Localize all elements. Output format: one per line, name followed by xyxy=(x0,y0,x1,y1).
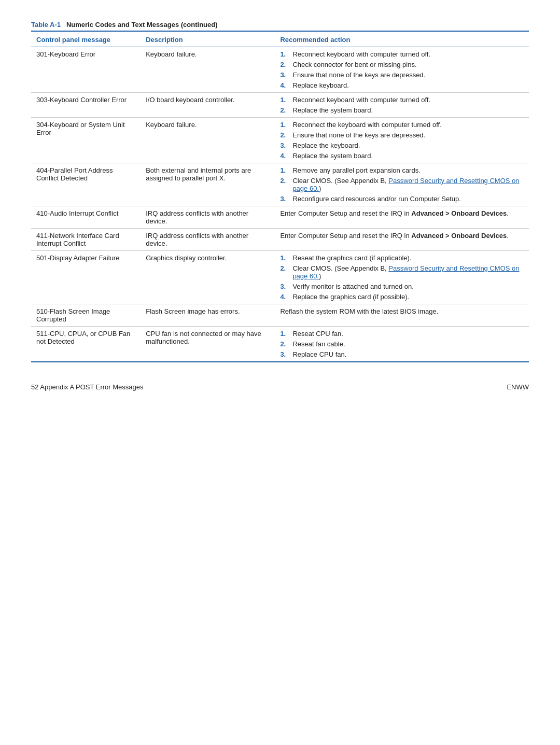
action-cell: Reflash the system ROM with the latest B… xyxy=(275,304,529,327)
action-text: Reconnect the keyboard with computer tur… xyxy=(292,121,524,129)
action-text: Reseat the graphics card (if applicable)… xyxy=(292,254,524,262)
list-item: 3.Verify monitor is attached and turned … xyxy=(280,283,524,290)
list-item: 1.Remove any parallel port expansion car… xyxy=(280,166,524,174)
action-text: Replace CPU fan. xyxy=(292,350,524,358)
control-cell: 511-CPU, CPUA, or CPUB Fan not Detected xyxy=(31,327,141,362)
header-control: Control panel message xyxy=(31,31,141,47)
action-number: 2. xyxy=(280,177,289,185)
list-item: 4.Replace keyboard. xyxy=(280,81,524,89)
action-number: 1. xyxy=(280,254,289,262)
action-number: 3. xyxy=(280,350,289,358)
action-bold: Advanced > Onboard Devices xyxy=(411,232,507,240)
action-text: Ensure that none of the keys are depress… xyxy=(292,71,524,79)
control-cell: 410-Audio Interrupt Conflict xyxy=(31,206,141,229)
table-row: 303-Keyboard Controller ErrorI/O board k… xyxy=(31,93,529,118)
table-title: Table A-1 Numeric Codes and Text Message… xyxy=(31,21,529,31)
description-cell: I/O board keyboard controller. xyxy=(141,93,275,118)
list-item: 4.Replace the graphics card (if possible… xyxy=(280,293,524,301)
action-text: Reconnect keyboard with computer turned … xyxy=(292,50,524,58)
action-number: 3. xyxy=(280,195,289,203)
action-number: 3. xyxy=(280,142,289,149)
action-number: 2. xyxy=(280,264,289,272)
list-item: 1.Reseat CPU fan. xyxy=(280,330,524,338)
description-cell: Keyboard failure. xyxy=(141,47,275,93)
control-cell: 510-Flash Screen Image Corrupted xyxy=(31,304,141,327)
page-footer: 52 Appendix A POST Error Messages ENWW xyxy=(31,383,529,391)
control-cell: 411-Network Interface Card Interrupt Con… xyxy=(31,229,141,251)
action-text: Replace the keyboard. xyxy=(292,142,524,149)
action-number: 3. xyxy=(280,283,289,290)
action-number: 1. xyxy=(280,96,289,104)
table-title-prefix: Table A-1 xyxy=(31,21,61,29)
control-cell: 303-Keyboard Controller Error xyxy=(31,93,141,118)
footer-right: ENWW xyxy=(507,383,529,391)
action-number: 2. xyxy=(280,131,289,139)
action-text: Verify monitor is attached and turned on… xyxy=(292,283,524,290)
action-cell: Enter Computer Setup and reset the IRQ i… xyxy=(275,229,529,251)
control-cell: 501-Display Adapter Failure xyxy=(31,251,141,304)
action-text: Reseat CPU fan. xyxy=(292,330,524,338)
table-row: 404-Parallel Port Address Conflict Detec… xyxy=(31,163,529,206)
table-row: 304-Keyboard or System Unit ErrorKeyboar… xyxy=(31,118,529,163)
action-number: 1. xyxy=(280,50,289,58)
list-item: 2.Reseat fan cable. xyxy=(280,340,524,348)
action-text: Reflash the system ROM with the latest B… xyxy=(280,307,438,315)
action-text: Replace keyboard. xyxy=(292,81,524,89)
description-cell: Both external and internal ports are ass… xyxy=(141,163,275,206)
list-item: 1.Reseat the graphics card (if applicabl… xyxy=(280,254,524,262)
action-number: 2. xyxy=(280,106,289,114)
action-number: 2. xyxy=(280,61,289,68)
action-link[interactable]: Password Security and Resetting CMOS on … xyxy=(292,264,519,280)
control-cell: 304-Keyboard or System Unit Error xyxy=(31,118,141,163)
action-number: 4. xyxy=(280,81,289,89)
action-number: 1. xyxy=(280,330,289,338)
list-item: 1.Reconnect keyboard with computer turne… xyxy=(280,50,524,58)
action-text: Replace the system board. xyxy=(292,106,524,114)
control-cell: 404-Parallel Port Address Conflict Detec… xyxy=(31,163,141,206)
action-number: 1. xyxy=(280,166,289,174)
action-number: 2. xyxy=(280,340,289,348)
action-text: Replace the graphics card (if possible). xyxy=(292,293,524,301)
description-cell: CPU fan is not connected or may have mal… xyxy=(141,327,275,362)
action-text: Reseat fan cable. xyxy=(292,340,524,348)
list-item: 2.Clear CMOS. (See Appendix B, Password … xyxy=(280,177,524,192)
list-item: 3.Replace the keyboard. xyxy=(280,142,524,149)
list-item: 4.Replace the system board. xyxy=(280,152,524,160)
numeric-codes-table: Control panel message Description Recomm… xyxy=(31,31,529,362)
footer-left: 52 Appendix A POST Error Messages xyxy=(31,383,144,391)
action-number: 4. xyxy=(280,293,289,301)
action-link[interactable]: Password Security and Resetting CMOS on … xyxy=(292,177,519,192)
list-item: 3.Replace CPU fan. xyxy=(280,350,524,358)
action-number: 4. xyxy=(280,152,289,160)
list-item: 1.Reconnect keyboard with computer turne… xyxy=(280,96,524,104)
table-row: 501-Display Adapter FailureGraphics disp… xyxy=(31,251,529,304)
table-title-main: Numeric Codes and Text Messages (continu… xyxy=(66,21,218,29)
description-cell: Graphics display controller. xyxy=(141,251,275,304)
action-text: Check connector for bent or missing pins… xyxy=(292,61,524,68)
action-cell: 1.Reconnect keyboard with computer turne… xyxy=(275,93,529,118)
header-description: Description xyxy=(141,31,275,47)
action-cell: 1.Reconnect the keyboard with computer t… xyxy=(275,118,529,163)
description-cell: Keyboard failure. xyxy=(141,118,275,163)
table-row: 410-Audio Interrupt ConflictIRQ address … xyxy=(31,206,529,229)
action-text: Clear CMOS. (See Appendix B, Password Se… xyxy=(292,177,524,192)
list-item: 3.Reconfigure card resources and/or run … xyxy=(280,195,524,203)
action-text: Reconnect keyboard with computer turned … xyxy=(292,96,524,104)
action-number: 3. xyxy=(280,71,289,79)
table-row: 411-Network Interface Card Interrupt Con… xyxy=(31,229,529,251)
description-cell: Flash Screen image has errors. xyxy=(141,304,275,327)
table-row: 510-Flash Screen Image CorruptedFlash Sc… xyxy=(31,304,529,327)
list-item: 2.Check connector for bent or missing pi… xyxy=(280,61,524,68)
action-bold: Advanced > Onboard Devices xyxy=(411,209,507,217)
description-cell: IRQ address conflicts with another devic… xyxy=(141,229,275,251)
action-cell: 1.Reseat the graphics card (if applicabl… xyxy=(275,251,529,304)
action-cell: Enter Computer Setup and reset the IRQ i… xyxy=(275,206,529,229)
control-cell: 301-Keyboard Error xyxy=(31,47,141,93)
action-text: Ensure that none of the keys are depress… xyxy=(292,131,524,139)
action-cell: 1.Remove any parallel port expansion car… xyxy=(275,163,529,206)
list-item: 1.Reconnect the keyboard with computer t… xyxy=(280,121,524,129)
action-text: Clear CMOS. (See Appendix B, Password Se… xyxy=(292,264,524,280)
table-row: 301-Keyboard ErrorKeyboard failure.1.Rec… xyxy=(31,47,529,93)
action-text: Replace the system board. xyxy=(292,152,524,160)
list-item: 3.Ensure that none of the keys are depre… xyxy=(280,71,524,79)
